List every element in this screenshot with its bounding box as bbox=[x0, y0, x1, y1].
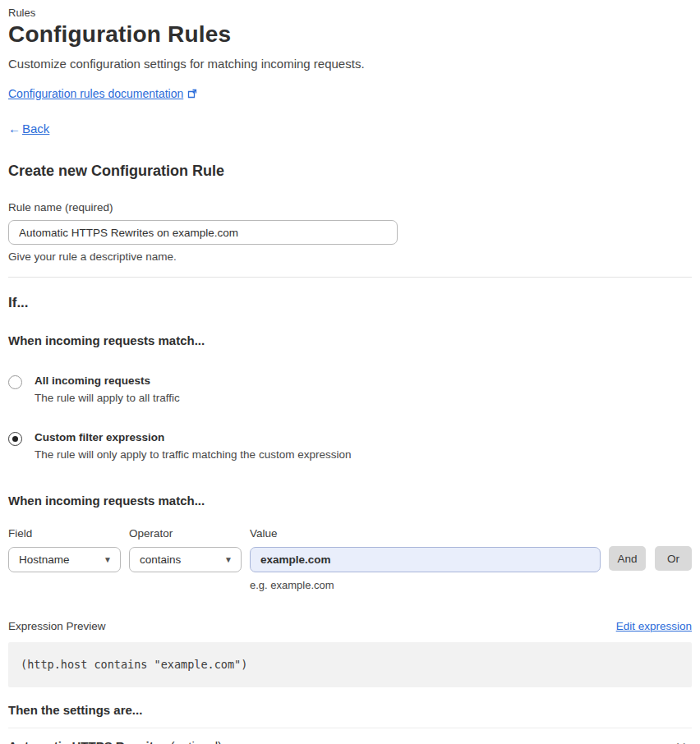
radio-all-requests-description: The rule will apply to all traffic bbox=[35, 392, 180, 404]
page-title: Configuration Rules bbox=[8, 21, 692, 48]
section-divider bbox=[8, 277, 692, 278]
expression-preview-row: Expression Preview Edit expression bbox=[8, 620, 692, 632]
connector-buttons: And Or bbox=[609, 527, 692, 591]
radio-custom-filter-texts: Custom filter expression The rule will o… bbox=[35, 431, 351, 461]
radio-custom-filter-label: Custom filter expression bbox=[35, 431, 351, 443]
rule-name-input[interactable] bbox=[8, 220, 398, 245]
field-column: Field Hostname ▼ bbox=[8, 527, 121, 591]
value-label: Value bbox=[250, 527, 601, 540]
setting-header: Automatic HTTPS Rewrites (optional) ✕ bbox=[8, 739, 692, 744]
back-link[interactable]: Back bbox=[22, 122, 49, 135]
value-hint: e.g. example.com bbox=[250, 579, 601, 591]
documentation-link[interactable]: Configuration rules documentation bbox=[8, 87, 183, 100]
radio-all-requests-texts: All incoming requests The rule will appl… bbox=[35, 374, 180, 404]
setting-name: Automatic HTTPS Rewrites bbox=[8, 739, 167, 744]
expression-preview-code: (http.host contains "example.com") bbox=[8, 642, 692, 687]
match-heading: When incoming requests match... bbox=[8, 333, 692, 347]
value-input[interactable] bbox=[250, 547, 601, 572]
radio-option-custom-filter[interactable]: Custom filter expression The rule will o… bbox=[8, 431, 692, 461]
chevron-down-icon: ▼ bbox=[224, 555, 233, 564]
radio-option-all-requests[interactable]: All incoming requests The rule will appl… bbox=[8, 374, 692, 404]
operator-label: Operator bbox=[129, 527, 242, 540]
setting-title: Automatic HTTPS Rewrites (optional) bbox=[8, 739, 222, 744]
https-rewrites-setting-card: Automatic HTTPS Rewrites (optional) ✕ Tu… bbox=[8, 728, 692, 744]
operator-column: Operator contains ▼ bbox=[129, 527, 242, 591]
operator-select[interactable]: contains ▼ bbox=[129, 547, 242, 572]
external-link-icon bbox=[187, 89, 197, 99]
create-rule-heading: Create new Configuration Rule bbox=[8, 163, 692, 180]
radio-all-requests-label: All incoming requests bbox=[35, 374, 180, 387]
radio-custom-filter-description: The rule will only apply to traffic matc… bbox=[35, 448, 351, 461]
radio-all-requests[interactable] bbox=[8, 375, 22, 389]
breadcrumb: Rules bbox=[8, 7, 692, 19]
close-icon[interactable]: ✕ bbox=[670, 739, 692, 744]
if-heading: If... bbox=[8, 295, 692, 311]
configuration-rules-page: Rules Configuration Rules Customize conf… bbox=[0, 0, 700, 744]
value-column: Value e.g. example.com bbox=[250, 527, 601, 591]
field-select[interactable]: Hostname ▼ bbox=[8, 547, 121, 572]
or-button[interactable]: Or bbox=[655, 546, 692, 571]
expression-preview-label: Expression Preview bbox=[8, 620, 106, 632]
chevron-down-icon: ▼ bbox=[104, 555, 112, 564]
and-button[interactable]: And bbox=[609, 546, 646, 571]
back-arrow-icon: ← bbox=[8, 122, 21, 135]
rule-name-help: Give your rule a descriptive name. bbox=[8, 250, 692, 263]
setting-optional-tag: (optional) bbox=[171, 739, 223, 744]
edit-expression-link[interactable]: Edit expression bbox=[616, 620, 692, 632]
page-subtitle: Customize configuration settings for mat… bbox=[8, 57, 692, 71]
field-label: Field bbox=[8, 527, 121, 540]
field-select-value: Hostname bbox=[19, 553, 70, 566]
then-settings-heading: Then the settings are... bbox=[8, 703, 692, 717]
operator-select-value: contains bbox=[140, 553, 181, 566]
documentation-link-row: Configuration rules documentation bbox=[8, 87, 692, 100]
back-row: ← Back bbox=[8, 122, 692, 135]
radio-custom-filter[interactable] bbox=[8, 432, 22, 446]
expression-builder-heading: When incoming requests match... bbox=[8, 494, 692, 507]
rule-name-label: Rule name (required) bbox=[8, 201, 692, 214]
expression-builder-row: Field Hostname ▼ Operator contains ▼ Val… bbox=[8, 527, 692, 591]
